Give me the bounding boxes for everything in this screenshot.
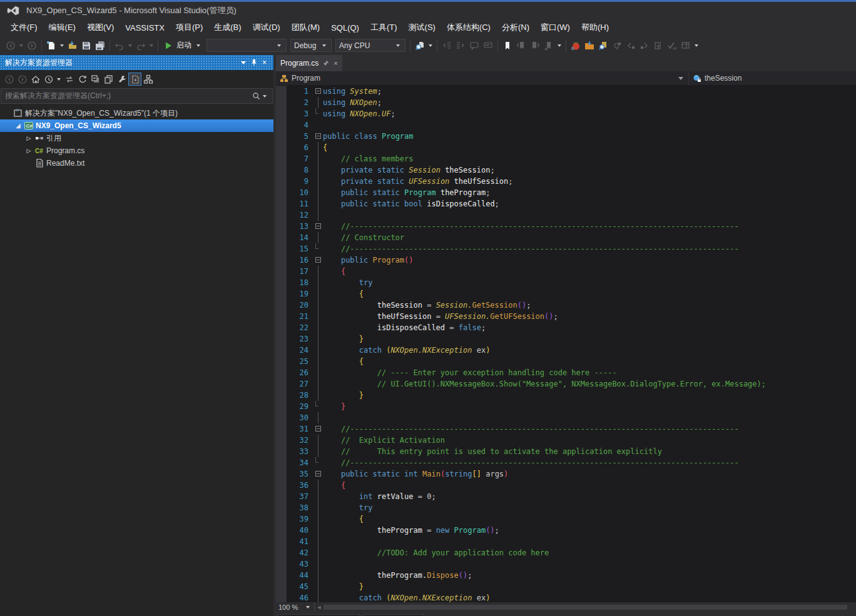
- start-dropdown-arrow-icon[interactable]: [196, 44, 200, 47]
- breakpoint-margin[interactable]: [276, 423, 287, 435]
- code-editor[interactable]: 1using System;2using NXOpen;3using NXOpe…: [276, 86, 856, 602]
- code-line-14[interactable]: 14 // Constructor: [276, 232, 856, 243]
- breakpoint-margin[interactable]: [276, 97, 287, 108]
- code-line-36[interactable]: 36 {: [276, 480, 856, 491]
- tab-pin-icon[interactable]: [323, 60, 329, 66]
- menu-item-6[interactable]: 生成(B): [208, 19, 247, 36]
- code-line-30[interactable]: 30: [276, 412, 856, 423]
- breakpoint-margin[interactable]: [276, 119, 287, 131]
- breakpoint-margin[interactable]: [276, 525, 287, 536]
- members-dropdown[interactable]: theSession: [688, 71, 856, 85]
- breakpoint-margin[interactable]: [276, 592, 287, 602]
- breakpoint-margin[interactable]: [276, 536, 287, 547]
- breakpoint-margin[interactable]: [276, 266, 287, 277]
- scrollbar-thumb[interactable]: [324, 605, 847, 610]
- code-line-7[interactable]: 7 // class members: [276, 153, 856, 164]
- fold-toggle-icon[interactable]: [313, 131, 323, 142]
- code-line-34[interactable]: 34 //-----------------------------------…: [276, 457, 856, 468]
- window-position-button[interactable]: [238, 58, 248, 68]
- save-icon[interactable]: [79, 39, 93, 53]
- expander-collapsed-icon[interactable]: ▷: [24, 148, 34, 154]
- breakpoint-margin[interactable]: [276, 558, 287, 570]
- menu-item-10[interactable]: 工具(T): [365, 19, 403, 36]
- code-line-20[interactable]: 20 theSession = Session.GetSession();: [276, 300, 856, 311]
- code-line-39[interactable]: 39 {: [276, 513, 856, 525]
- breakpoint-margin[interactable]: [276, 198, 287, 210]
- zoom-dropdown[interactable]: 100 %: [276, 602, 315, 612]
- dropdown-arrow-icon[interactable]: [128, 44, 132, 47]
- se-pending-changes-icon-dropdown[interactable]: [57, 78, 61, 81]
- tree-item-program-cs[interactable]: ▷C#Program.cs: [0, 144, 273, 157]
- tree-item-nx9-open-cs-wizard5[interactable]: ◢C#NX9_Open_CS_Wizard5: [0, 119, 273, 132]
- tab-program-cs[interactable]: Program.cs ×: [276, 55, 342, 71]
- se-properties-icon[interactable]: [102, 73, 115, 86]
- breakpoint-margin[interactable]: [276, 435, 287, 446]
- menu-item-7[interactable]: 调试(D): [247, 19, 286, 36]
- se-show-all-files-icon[interactable]: [128, 73, 141, 86]
- code-line-2[interactable]: 2using NXOpen;: [276, 97, 856, 108]
- code-line-4[interactable]: 4: [276, 119, 856, 131]
- breakpoint-margin[interactable]: [276, 131, 287, 142]
- code-line-29[interactable]: 29 }: [276, 401, 856, 412]
- breakpoint-margin[interactable]: [276, 164, 287, 176]
- breakpoint-margin[interactable]: [276, 187, 287, 198]
- code-line-8[interactable]: 8 private static Session theSession;: [276, 164, 856, 176]
- breakpoint-margin[interactable]: [276, 457, 287, 468]
- breakpoint-margin[interactable]: [276, 513, 287, 525]
- code-line-26[interactable]: 26 // ---- Enter your exception handling…: [276, 367, 856, 378]
- code-line-18[interactable]: 18 try: [276, 277, 856, 288]
- menu-item-5[interactable]: 项目(P): [170, 19, 208, 36]
- code-line-35[interactable]: 35 public static int Main(string[] args): [276, 468, 856, 480]
- types-dropdown[interactable]: Program: [276, 74, 688, 83]
- breakpoint-margin[interactable]: [276, 367, 287, 378]
- platform-combo[interactable]: Any CPU: [335, 39, 405, 52]
- breakpoint-margin[interactable]: [276, 581, 287, 592]
- code-line-16[interactable]: 16 public Program(): [276, 255, 856, 266]
- menu-item-15[interactable]: 帮助(H): [576, 19, 614, 36]
- code-line-21[interactable]: 21 theUfSession = UFSession.GetUFSession…: [276, 311, 856, 322]
- fold-toggle-icon[interactable]: [313, 255, 323, 266]
- scroll-left-arrow-icon[interactable]: ◄: [315, 604, 324, 610]
- menu-item-4[interactable]: VASSISTX: [120, 21, 170, 35]
- breakpoint-margin[interactable]: [276, 401, 287, 412]
- code-line-23[interactable]: 23 }: [276, 333, 856, 345]
- breakpoint-margin[interactable]: [276, 277, 287, 288]
- breakpoint-margin[interactable]: [276, 322, 287, 333]
- breakpoint-margin[interactable]: [276, 446, 287, 457]
- code-line-9[interactable]: 9 private static UFSession theUfSession;: [276, 176, 856, 187]
- se-collapse-all-icon[interactable]: [89, 73, 102, 86]
- breakpoint-margin[interactable]: [276, 547, 287, 558]
- search-options-dropdown-icon[interactable]: [263, 95, 267, 98]
- code-line-12[interactable]: 12: [276, 210, 856, 221]
- dropdown-arrow-icon[interactable]: [695, 44, 698, 47]
- breakpoint-margin[interactable]: [276, 412, 287, 423]
- breakpoint-margin[interactable]: [276, 570, 287, 581]
- code-line-46[interactable]: 46 catch (NXOpen.NXException ex): [276, 592, 856, 602]
- fold-toggle-icon[interactable]: [313, 86, 323, 97]
- solution-config-combo[interactable]: [206, 39, 287, 52]
- tree-item--[interactable]: ▷引用: [0, 132, 273, 144]
- se-refresh-icon[interactable]: [76, 73, 89, 86]
- breakpoint-margin[interactable]: [276, 108, 287, 119]
- se-sync-active-icon[interactable]: [63, 73, 76, 86]
- breakpoint-margin[interactable]: [276, 345, 287, 356]
- menu-item-8[interactable]: 团队(M): [286, 19, 326, 36]
- dropdown-arrow-icon[interactable]: [60, 44, 64, 47]
- se-home-icon[interactable]: [29, 73, 42, 86]
- vassistx-options-icon[interactable]: [569, 39, 583, 53]
- breakpoint-margin[interactable]: [276, 288, 287, 300]
- breakpoint-margin[interactable]: [276, 300, 287, 311]
- fold-toggle-icon[interactable]: [313, 423, 323, 435]
- horizontal-scrollbar[interactable]: ◄: [315, 602, 856, 612]
- dropdown-arrow-icon[interactable]: [558, 44, 561, 47]
- solution-search-input[interactable]: 搜索解决方案资源管理器(Ctrl+;): [1, 88, 273, 104]
- code-line-24[interactable]: 24 catch (NXOpen.NXException ex): [276, 345, 856, 356]
- expander-expanded-icon[interactable]: ◢: [13, 123, 23, 129]
- code-line-10[interactable]: 10 public static Program theProgram;: [276, 187, 856, 198]
- code-line-40[interactable]: 40 theProgram = new Program();: [276, 525, 856, 536]
- menu-item-1[interactable]: 文件(F): [5, 19, 43, 36]
- code-line-33[interactable]: 33 // This entry point is used to activa…: [276, 446, 856, 457]
- breakpoint-margin[interactable]: [276, 232, 287, 243]
- breakpoint-margin[interactable]: [276, 390, 287, 401]
- menu-item-9[interactable]: SQL(Q): [325, 21, 365, 35]
